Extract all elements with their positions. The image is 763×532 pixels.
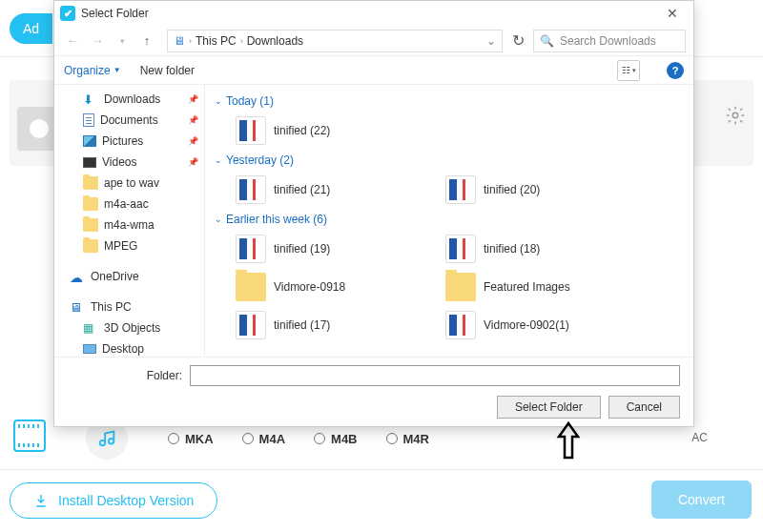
radio-mka[interactable]: MKA bbox=[168, 432, 214, 446]
tree-item[interactable]: m4a-aac bbox=[54, 194, 204, 215]
help-icon[interactable]: ? bbox=[667, 62, 684, 79]
folder-item[interactable]: tinified (20) bbox=[424, 171, 634, 209]
back-icon[interactable]: ← bbox=[62, 31, 83, 51]
folder-item[interactable]: tinified (18) bbox=[424, 230, 634, 268]
breadcrumb[interactable]: 🖥 › This PC › Downloads ⌄ bbox=[167, 30, 503, 52]
radio-m4a[interactable]: M4A bbox=[242, 432, 285, 446]
film-icon[interactable] bbox=[13, 419, 46, 452]
tree-item[interactable]: ape to wav bbox=[54, 173, 204, 194]
chevron-down-icon[interactable]: ⌄ bbox=[486, 34, 496, 48]
tree-item[interactable]: ⬇Downloads📌 bbox=[54, 89, 204, 110]
dialog-title: Select Folder bbox=[81, 7, 149, 20]
select-folder-button[interactable]: Select Folder bbox=[497, 396, 601, 419]
group-header[interactable]: ⌄ Today (1) bbox=[215, 91, 690, 112]
add-button[interactable]: Ad bbox=[10, 13, 52, 44]
cancel-button[interactable]: Cancel bbox=[608, 396, 680, 419]
refresh-icon[interactable]: ↻ bbox=[506, 30, 529, 52]
radio-m4b[interactable]: M4B bbox=[314, 432, 357, 446]
folder-item[interactable]: Featured Images bbox=[424, 268, 634, 306]
folder-item[interactable]: tinified (17) bbox=[215, 306, 424, 344]
folder-item[interactable]: Vidmore-0902(1) bbox=[424, 306, 634, 344]
radio-m4r[interactable]: M4R bbox=[386, 432, 429, 446]
tree-onedrive[interactable]: ☁OneDrive bbox=[54, 266, 204, 287]
folder-item[interactable]: Vidmore-0918 bbox=[215, 268, 424, 306]
svg-point-0 bbox=[732, 113, 738, 118]
tree-item[interactable]: ▦3D Objects bbox=[54, 317, 204, 338]
folder-content[interactable]: ⌄ Today (1)tinified (22)⌄ Yesterday (2)t… bbox=[205, 85, 693, 357]
folder-name-input[interactable] bbox=[190, 365, 680, 386]
folder-item[interactable]: tinified (22) bbox=[215, 112, 424, 150]
folder-label: Folder: bbox=[68, 369, 182, 382]
trail-text: AC bbox=[691, 431, 708, 444]
folder-item[interactable]: tinified (21) bbox=[215, 171, 424, 209]
group-header[interactable]: ⌄ Yesterday (2) bbox=[215, 150, 690, 171]
organize-menu[interactable]: Organize▼ bbox=[64, 64, 121, 77]
new-folder-button[interactable]: New folder bbox=[140, 64, 195, 77]
search-input[interactable]: 🔍 Search Downloads bbox=[533, 30, 686, 52]
gear-icon[interactable] bbox=[725, 105, 746, 130]
titlebar: ✔ Select Folder ✕ bbox=[54, 1, 693, 26]
tree-item[interactable]: Documents📌 bbox=[54, 110, 204, 131]
tree-item[interactable]: m4a-wma bbox=[54, 215, 204, 235]
folder-item[interactable]: tinified (19) bbox=[215, 230, 424, 268]
tree-item[interactable]: Videos📌 bbox=[54, 152, 204, 173]
tree-thispc[interactable]: 🖥This PC bbox=[54, 297, 204, 317]
nav-tree[interactable]: ⬇Downloads📌Documents📌Pictures📌Videos📌ape… bbox=[54, 85, 205, 357]
close-icon[interactable]: ✕ bbox=[657, 4, 688, 23]
up-icon[interactable]: ↑ bbox=[136, 31, 157, 51]
forward-icon: → bbox=[87, 31, 108, 51]
app-icon: ✔ bbox=[60, 6, 75, 21]
recent-dropdown-icon[interactable]: ▾ bbox=[112, 31, 133, 51]
tree-item[interactable]: Pictures📌 bbox=[54, 131, 204, 152]
group-header[interactable]: ⌄ Earlier this week (6) bbox=[215, 209, 690, 230]
pc-icon: 🖥 bbox=[174, 34, 185, 48]
view-options-icon[interactable]: ☷▾ bbox=[617, 60, 640, 81]
tree-item[interactable]: Desktop bbox=[54, 338, 204, 357]
install-desktop-button[interactable]: Install Desktop Version bbox=[10, 482, 217, 519]
select-folder-dialog: ✔ Select Folder ✕ ← → ▾ ↑ 🖥 › This PC › … bbox=[53, 0, 694, 427]
convert-button[interactable]: Convert bbox=[651, 481, 752, 519]
tree-item[interactable]: MPEG bbox=[54, 235, 204, 256]
search-icon: 🔍 bbox=[540, 34, 554, 48]
